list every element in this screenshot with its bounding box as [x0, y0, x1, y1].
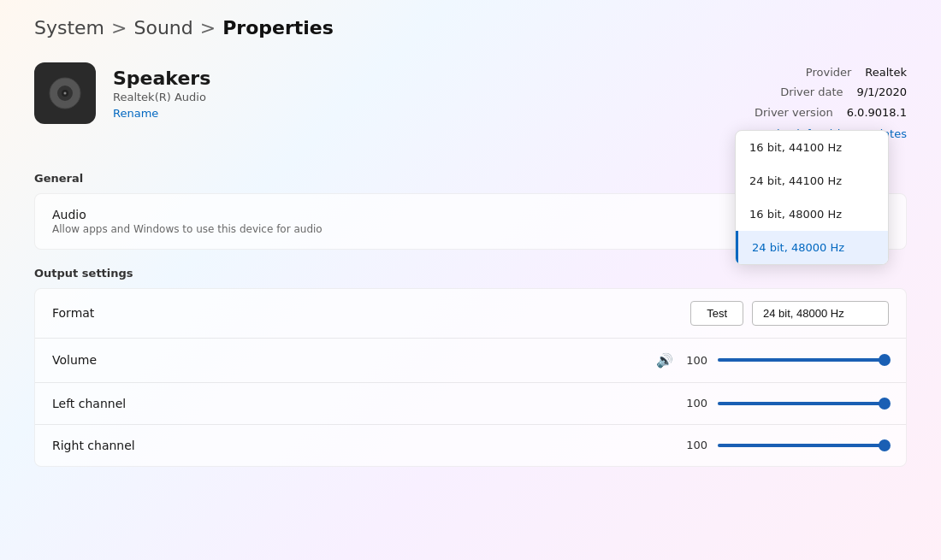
right-channel-fill [718, 444, 889, 447]
dropdown-item-1[interactable]: 24 bit, 44100 Hz [736, 164, 888, 197]
format-dropdown-popup: 16 bit, 44100 Hz 24 bit, 44100 Hz 16 bit… [735, 130, 889, 265]
left-channel-track[interactable] [718, 402, 889, 405]
driver-version-value: 6.0.9018.1 [847, 103, 907, 122]
driver-version-label: Driver version [755, 103, 833, 122]
breadcrumb-sep1: > [111, 17, 127, 38]
volume-right: 🔊 100 [656, 352, 889, 368]
volume-track[interactable] [718, 358, 889, 362]
left-channel-value: 100 [684, 397, 707, 410]
right-channel-right: 100 [684, 439, 889, 451]
device-name: Speakers [113, 68, 210, 89]
breadcrumb: System > Sound > Properties [34, 17, 907, 38]
right-channel-thumb[interactable] [879, 439, 891, 451]
volume-value: 100 [684, 354, 707, 367]
right-channel-label: Right channel [52, 439, 135, 452]
volume-fill [718, 358, 889, 362]
provider-value: Realtek [865, 62, 907, 82]
dropdown-item-0[interactable]: 16 bit, 44100 Hz [736, 131, 888, 164]
test-button[interactable]: Test [690, 301, 743, 326]
volume-row: Volume 🔊 100 [35, 339, 906, 382]
breadcrumb-sound[interactable]: Sound [133, 17, 192, 38]
dropdown-item-2[interactable]: 16 bit, 48000 Hz [736, 197, 888, 231]
audio-sublabel: Allow apps and Windows to use this devic… [52, 223, 323, 235]
format-controls: Test 24 bit, 48000 Hz 16 bit, 44100 Hz 2… [690, 301, 889, 326]
breadcrumb-sep2: > [200, 17, 216, 38]
breadcrumb-system[interactable]: System [34, 17, 104, 38]
right-channel-track[interactable] [718, 444, 889, 447]
audio-label: Audio [52, 208, 323, 221]
left-channel-row: Left channel 100 [35, 383, 906, 424]
device-info: Speakers Realtek(R) Audio Rename [34, 62, 210, 124]
driver-date-label: Driver date [780, 82, 843, 102]
driver-date-value: 9/1/2020 [857, 82, 907, 102]
format-select[interactable]: 24 bit, 48000 Hz [752, 301, 889, 326]
device-text: Speakers Realtek(R) Audio Rename [113, 68, 210, 120]
output-section-title: Output settings [34, 267, 907, 280]
format-label: Format [52, 306, 94, 320]
right-channel-value: 100 [684, 439, 707, 451]
left-channel-thumb[interactable] [879, 398, 891, 410]
format-dropdown[interactable]: 24 bit, 48000 Hz 16 bit, 44100 Hz 24 bit… [752, 301, 889, 326]
right-channel-row: Right channel 100 [35, 425, 906, 466]
volume-icon: 🔊 [656, 352, 673, 368]
left-channel-label: Left channel [52, 397, 126, 410]
left-channel-fill [718, 402, 889, 405]
svg-point-3 [64, 92, 67, 95]
volume-thumb[interactable] [879, 354, 891, 366]
device-subtitle: Realtek(R) Audio [113, 91, 210, 103]
provider-label: Provider [806, 62, 852, 82]
output-section: Output settings Format Test 24 bit, 4800… [34, 267, 907, 467]
breadcrumb-current: Properties [222, 17, 334, 38]
left-channel-right: 100 [684, 397, 889, 410]
rename-link[interactable]: Rename [113, 107, 210, 120]
speaker-icon [34, 62, 96, 124]
volume-label: Volume [52, 353, 97, 367]
format-card: Format Test 24 bit, 48000 Hz 16 bit, 441… [34, 288, 907, 467]
dropdown-item-3[interactable]: 24 bit, 48000 Hz [736, 231, 888, 264]
